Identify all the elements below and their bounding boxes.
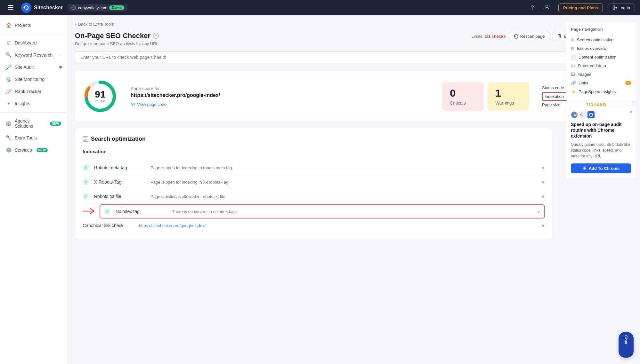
page-nav-structured-data[interactable]: 🗂 Structured data: [571, 61, 631, 70]
canonical-url-link[interactable]: https://sitechecker.pro/google-index/: [139, 223, 206, 228]
svg-point-21: [589, 114, 590, 115]
demo-badge: Demo: [109, 5, 124, 10]
page-subtitle: Get quick on-page SEO analysis for any U…: [75, 41, 159, 46]
content-opt-icon: 📄: [571, 55, 576, 59]
sidebar-item-label: Site Audit: [15, 65, 34, 70]
chrome-logo-icon: [571, 111, 578, 118]
new-badge: NEW: [50, 122, 61, 126]
pass-icon: ✓: [83, 164, 89, 171]
noindex-arrow: [83, 207, 97, 216]
keyword-research-icon: 🔍: [6, 52, 12, 58]
pricing-plans-button[interactable]: Pricing and Plans: [558, 4, 603, 12]
canonical-row: Canonical link check https://sitechecker…: [83, 219, 545, 232]
url-input[interactable]: [75, 51, 582, 63]
sidebar-item-label: Dashboard: [15, 40, 37, 45]
svg-rect-19: [587, 111, 595, 118]
help-circle-icon[interactable]: ?: [153, 33, 159, 39]
view-page-code-link[interactable]: View page code: [131, 102, 423, 107]
add-user-button[interactable]: [542, 3, 553, 13]
breadcrumb-link[interactable]: Back to Extra Tools: [78, 22, 114, 27]
rescan-page-button[interactable]: Rescan page: [509, 32, 550, 41]
pass-icon-4: ✓: [104, 208, 110, 215]
expand-chevron-4[interactable]: ∨: [537, 209, 540, 214]
score-section: 91 of 100 Page score for https://siteche…: [75, 71, 632, 122]
search-opt-icon: ⊞: [571, 37, 574, 42]
sidebar-item-label: Site Monitoring: [15, 77, 45, 82]
help-button[interactable]: ?: [528, 3, 537, 12]
sidebar-item-projects[interactable]: 🏠 Projects: [0, 19, 67, 31]
warnings-value: 1: [495, 87, 522, 99]
sidebar-item-site-monitoring[interactable]: 📡 Site Monitoring: [0, 73, 67, 85]
structured-data-icon: 🗂: [571, 63, 575, 68]
score-value: 91: [95, 90, 105, 99]
limits-count: 1/1 checks: [485, 34, 506, 39]
chrome-btn-icon: [582, 166, 587, 170]
svg-rect-7: [613, 6, 615, 10]
check-row-noindex: ✓ Noindex tag There is no content in noi…: [100, 204, 545, 218]
login-button[interactable]: Log In: [608, 4, 635, 12]
sidebar-item-rank-tracker[interactable]: 📈 Rank Tracker: [0, 85, 67, 98]
extra-tools-icon: 🔧: [6, 135, 12, 141]
expand-chevron-2[interactable]: ∨: [541, 179, 545, 185]
svg-point-3: [21, 3, 31, 13]
hamburger-menu-button[interactable]: [5, 3, 16, 12]
dashboard-icon: ⊞: [6, 40, 12, 46]
svg-text:S: S: [580, 113, 583, 117]
new-badge-2: NEW: [36, 148, 48, 152]
chrome-card-desc: Quickly gather basic SEO data like statu…: [571, 142, 631, 159]
issues-icon: ⊟: [571, 46, 574, 51]
page-title: On-Page SEO Checker ?: [75, 32, 159, 40]
site-selector[interactable]: copywritely.com Demo: [68, 4, 127, 12]
page-nav-links[interactable]: 🔗 Links 1: [571, 79, 631, 87]
breadcrumb: ‹ Back to Extra Tools: [75, 22, 632, 27]
expand-chevron-3[interactable]: ∨: [541, 194, 545, 199]
chevron-right-icon: ›: [60, 53, 61, 57]
page-nav-content-opt[interactable]: 📄 Content optimization: [571, 53, 631, 61]
indexation-subsection-title: Indexation: [83, 149, 545, 157]
sidebar-item-extra-tools[interactable]: 🔧 Extra Tools: [0, 132, 67, 144]
svg-point-6: [546, 5, 548, 7]
svg-rect-0: [8, 5, 13, 6]
seo-logo-icon: S: [579, 111, 586, 118]
check-row-robots-meta: ✓ Robots meta tag Page is open for index…: [83, 161, 545, 175]
chrome-card-title: Speed up on-page audit routine with Chro…: [571, 122, 631, 139]
sidebar-item-agency-solutions[interactable]: 🏢 Agency Solutions NEW: [0, 115, 67, 132]
site-name: copywritely.com: [78, 5, 108, 10]
chat-button[interactable]: Chat: [619, 332, 634, 358]
rank-tracker-icon: 📈: [6, 89, 12, 94]
links-badge: 1: [625, 81, 631, 85]
sitechecker-mini-icon: [587, 111, 595, 118]
url-bar: Check any link: [75, 51, 632, 63]
chrome-extension-card: × S: [566, 106, 636, 178]
page-nav-pagespeed[interactable]: ⚡ PageSpeed Insights: [571, 87, 631, 96]
sidebar-item-services[interactable]: ⚙️ Services NEW: [0, 144, 67, 156]
stat-cards: 0 Criticals 1 Warnings: [442, 82, 529, 111]
site-monitoring-icon: 📡: [6, 76, 12, 82]
sidebar-item-insights[interactable]: ✦ Insights: [0, 98, 67, 110]
notification-dot: [59, 66, 62, 68]
sidebar-item-label: Services: [15, 147, 32, 153]
page-nav-images[interactable]: 🖼 Images: [571, 70, 631, 79]
sidebar-item-site-audit[interactable]: 🔎 Site Audit: [0, 61, 67, 73]
page-nav-issues[interactable]: ⊟ Issues overview: [571, 44, 631, 53]
score-info: Page score for https://sitechecker.pro/g…: [131, 86, 423, 107]
sidebar-item-keyword-research[interactable]: 🔍 Keyword Research ›: [0, 49, 67, 61]
sidebar-item-dashboard[interactable]: ⊞ Dashboard: [0, 37, 67, 49]
canonical-expand-chevron[interactable]: ∨: [541, 223, 545, 228]
sidebar-item-label: Keyword Research: [15, 52, 53, 58]
add-to-chrome-button[interactable]: Add To Chrome: [571, 163, 631, 173]
sidebar-divider: [0, 34, 67, 34]
chrome-extension-icons: S: [571, 111, 631, 118]
warnings-label: Warnings: [495, 100, 522, 106]
seo-section: Search optimization Indexation ✓ Robots …: [75, 128, 552, 240]
logo: Sitechecker: [21, 3, 63, 13]
expand-chevron[interactable]: ∨: [541, 165, 545, 170]
page-header: On-Page SEO Checker ? Get quick on-page …: [75, 32, 632, 46]
check-row-robots-txt: ✓ Robots.txt file Page crawling is allow…: [83, 189, 545, 204]
page-title-section: On-Page SEO Checker ? Get quick on-page …: [75, 32, 159, 46]
insights-icon: ✦: [6, 101, 12, 107]
page-nav-search-opt[interactable]: ⊞ Search optimization: [571, 36, 631, 44]
chrome-card-close-button[interactable]: ×: [629, 109, 632, 115]
sidebar-item-label: Projects: [15, 23, 31, 28]
warnings-card: 1 Warnings: [488, 82, 529, 111]
